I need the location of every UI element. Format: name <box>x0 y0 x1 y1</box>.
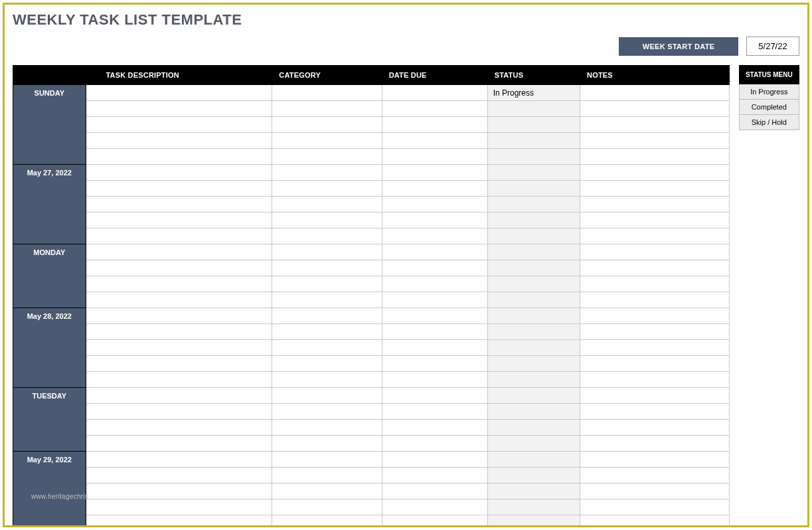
due-cell[interactable] <box>382 452 487 468</box>
task-cell[interactable] <box>86 515 272 528</box>
notes-cell[interactable] <box>580 213 729 228</box>
task-cell[interactable] <box>86 404 272 420</box>
status-cell[interactable] <box>487 436 580 452</box>
due-cell[interactable] <box>382 308 487 324</box>
category-cell[interactable] <box>272 356 382 372</box>
category-cell[interactable] <box>272 324 382 340</box>
status-cell[interactable] <box>487 452 580 468</box>
category-cell[interactable] <box>272 149 382 165</box>
task-cell[interactable] <box>86 228 272 244</box>
due-cell[interactable] <box>382 292 487 308</box>
due-cell[interactable] <box>382 117 487 133</box>
due-cell[interactable] <box>382 484 487 499</box>
task-cell[interactable] <box>86 101 272 117</box>
category-cell[interactable] <box>272 260 382 276</box>
notes-cell[interactable] <box>580 276 729 292</box>
category-cell[interactable] <box>272 244 382 260</box>
category-cell[interactable] <box>272 228 382 244</box>
due-cell[interactable] <box>382 276 487 292</box>
task-cell[interactable] <box>86 499 272 515</box>
status-cell[interactable] <box>487 213 580 228</box>
task-cell[interactable] <box>86 436 272 452</box>
notes-cell[interactable] <box>580 228 729 244</box>
category-cell[interactable] <box>272 388 382 404</box>
task-cell[interactable] <box>86 260 272 276</box>
notes-cell[interactable] <box>580 260 729 276</box>
status-menu-item[interactable]: In Progress <box>739 84 799 100</box>
due-cell[interactable] <box>382 515 487 528</box>
category-cell[interactable] <box>272 101 382 117</box>
status-cell[interactable] <box>487 308 580 324</box>
notes-cell[interactable] <box>580 244 729 260</box>
task-cell[interactable] <box>86 213 272 228</box>
task-cell[interactable] <box>86 276 272 292</box>
week-start-date-input[interactable]: 5/27/22 <box>746 37 799 56</box>
due-cell[interactable] <box>382 388 487 404</box>
category-cell[interactable] <box>272 484 382 499</box>
due-cell[interactable] <box>382 260 487 276</box>
due-cell[interactable] <box>382 228 487 244</box>
notes-cell[interactable] <box>580 308 729 324</box>
notes-cell[interactable] <box>580 356 729 372</box>
status-cell[interactable] <box>487 165 580 181</box>
category-cell[interactable] <box>272 276 382 292</box>
due-cell[interactable] <box>382 436 487 452</box>
due-cell[interactable] <box>382 149 487 165</box>
status-cell[interactable] <box>487 101 580 117</box>
task-cell[interactable] <box>86 452 272 468</box>
category-cell[interactable] <box>272 515 382 528</box>
notes-cell[interactable] <box>580 404 729 420</box>
notes-cell[interactable] <box>580 197 729 213</box>
category-cell[interactable] <box>272 372 382 388</box>
status-cell[interactable] <box>487 117 580 133</box>
notes-cell[interactable] <box>580 452 729 468</box>
category-cell[interactable] <box>272 292 382 308</box>
task-cell[interactable] <box>86 372 272 388</box>
category-cell[interactable] <box>272 452 382 468</box>
due-cell[interactable] <box>382 101 487 117</box>
due-cell[interactable] <box>382 133 487 149</box>
notes-cell[interactable] <box>580 436 729 452</box>
task-cell[interactable] <box>86 117 272 133</box>
task-cell[interactable] <box>86 356 272 372</box>
notes-cell[interactable] <box>580 484 729 499</box>
status-cell[interactable] <box>487 276 580 292</box>
due-cell[interactable] <box>382 372 487 388</box>
task-cell[interactable] <box>86 340 272 356</box>
status-cell[interactable]: In Progress <box>487 85 580 101</box>
task-cell[interactable] <box>86 244 272 260</box>
status-cell[interactable] <box>487 372 580 388</box>
status-menu-item[interactable]: Skip / Hold <box>739 115 799 130</box>
category-cell[interactable] <box>272 340 382 356</box>
notes-cell[interactable] <box>580 85 729 101</box>
category-cell[interactable] <box>272 213 382 228</box>
status-cell[interactable] <box>487 181 580 197</box>
task-cell[interactable] <box>86 181 272 197</box>
notes-cell[interactable] <box>580 181 729 197</box>
task-cell[interactable] <box>86 484 272 499</box>
due-cell[interactable] <box>382 420 487 436</box>
status-cell[interactable] <box>487 468 580 484</box>
category-cell[interactable] <box>272 197 382 213</box>
status-cell[interactable] <box>487 228 580 244</box>
task-cell[interactable] <box>86 85 272 101</box>
due-cell[interactable] <box>382 181 487 197</box>
status-cell[interactable] <box>487 324 580 340</box>
notes-cell[interactable] <box>580 468 729 484</box>
due-cell[interactable] <box>382 468 487 484</box>
notes-cell[interactable] <box>580 340 729 356</box>
notes-cell[interactable] <box>580 133 729 149</box>
status-cell[interactable] <box>487 292 580 308</box>
category-cell[interactable] <box>272 181 382 197</box>
status-cell[interactable] <box>487 420 580 436</box>
task-cell[interactable] <box>86 165 272 181</box>
notes-cell[interactable] <box>580 101 729 117</box>
status-cell[interactable] <box>487 388 580 404</box>
task-cell[interactable] <box>86 133 272 149</box>
due-cell[interactable] <box>382 213 487 228</box>
due-cell[interactable] <box>382 165 487 181</box>
notes-cell[interactable] <box>580 499 729 515</box>
category-cell[interactable] <box>272 117 382 133</box>
notes-cell[interactable] <box>580 149 729 165</box>
task-cell[interactable] <box>86 149 272 165</box>
